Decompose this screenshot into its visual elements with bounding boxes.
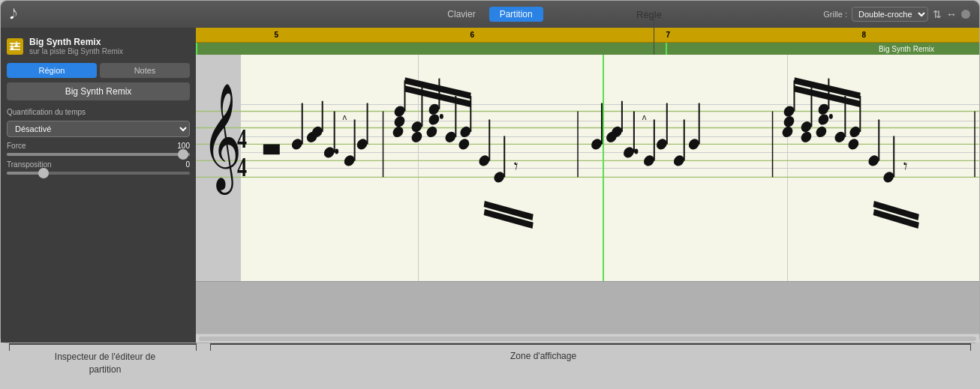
transposition-value: 0 — [185, 160, 190, 169]
bracket-zone — [210, 343, 971, 345]
bracket-zone-left — [210, 343, 211, 351]
track-info: Big Synth Remix sur la piste Big Synth R… — [29, 37, 123, 55]
track-subtitle: sur la piste Big Synth Remix — [29, 47, 123, 55]
svg-text:𝄾: 𝄾 — [903, 162, 907, 170]
quantification-label: Quantification du temps — [7, 108, 190, 116]
svg-point-18 — [291, 137, 303, 151]
force-slider[interactable] — [7, 153, 190, 156]
svg-point-74 — [781, 125, 793, 139]
tab-clavier-button[interactable]: Clavier — [437, 7, 485, 22]
svg-point-50 — [478, 154, 490, 167]
svg-point-66 — [643, 154, 655, 167]
bottom-area — [196, 281, 979, 334]
ruler-mark-8: 8 — [861, 31, 866, 39]
force-header: Force 100 — [7, 142, 190, 150]
svg-text:𝄞: 𝄞 — [202, 84, 242, 196]
svg-point-23 — [323, 145, 335, 159]
svg-text:4: 4 — [237, 124, 247, 154]
svg-text:4: 4 — [237, 152, 247, 182]
tab-notes[interactable]: Notes — [100, 63, 190, 78]
quantification-row: Désactivé — [7, 121, 190, 137]
toolbar-right: Grille : Double-croche ⇅ ↔ — [823, 7, 970, 22]
toolbar-center: Clavier Partition — [437, 7, 543, 22]
sort-icon[interactable]: ⇅ — [933, 8, 942, 20]
annotation-inspector: Inspecteur de l'éditeur de partition — [45, 351, 165, 376]
svg-point-52 — [493, 170, 505, 184]
svg-point-75 — [783, 115, 795, 128]
svg-point-85 — [829, 114, 833, 119]
svg-point-45 — [458, 137, 470, 151]
track-name: Big Synth Remix — [29, 37, 123, 47]
region-highlight — [196, 43, 979, 55]
svg-point-93 — [867, 154, 879, 167]
svg-point-35 — [410, 120, 422, 133]
svg-point-29 — [356, 137, 368, 151]
notation-wrapper: 𝄞 4 4 — [196, 55, 979, 281]
notation-svg: 𝄞 4 4 — [196, 55, 979, 281]
tab-partition-button[interactable]: Partition — [489, 7, 543, 22]
svg-point-78 — [800, 120, 812, 133]
tab-region[interactable]: Région — [7, 63, 97, 78]
svg-point-86 — [834, 130, 846, 144]
svg-point-33 — [393, 104, 405, 118]
ruler: 5 6 7 8 — [196, 28, 979, 43]
toolbar: 𝅘𝅥𝅮 Clavier Partition Grille : Double-cr… — [1, 1, 979, 28]
svg-point-27 — [344, 154, 356, 167]
svg-point-82 — [817, 112, 829, 126]
region-name-button[interactable]: Big Synth Remix — [7, 82, 190, 100]
bracket-inspector — [9, 343, 197, 345]
svg-point-43 — [444, 130, 456, 144]
svg-point-38 — [425, 125, 437, 139]
svg-point-31 — [392, 125, 404, 139]
svg-point-40 — [428, 103, 440, 116]
bracket-inspector-right — [196, 343, 197, 351]
svg-text:^: ^ — [343, 113, 347, 127]
svg-point-68 — [656, 137, 668, 151]
inspector-tabs: Région Notes — [7, 63, 190, 78]
svg-point-46 — [459, 125, 471, 139]
score-area: 5 6 7 8 Big Synth Remix — [196, 28, 979, 343]
svg-point-70 — [673, 154, 685, 167]
svg-point-39 — [428, 112, 440, 126]
scrollbar-track[interactable] — [199, 337, 976, 341]
svg-point-76 — [783, 104, 795, 118]
region-bar: Big Synth Remix — [196, 43, 979, 55]
resize-icon[interactable]: ↔ — [946, 8, 957, 20]
region-playhead — [666, 43, 667, 55]
svg-point-95 — [882, 170, 894, 184]
force-label: Force — [7, 142, 26, 150]
track-icon — [7, 38, 23, 55]
svg-point-89 — [849, 125, 861, 139]
svg-point-42 — [440, 114, 443, 119]
svg-point-36 — [410, 130, 422, 144]
annotation-zone: Zone d'affichage — [510, 351, 576, 361]
svg-text:^: ^ — [642, 113, 647, 127]
svg-point-57 — [591, 137, 603, 151]
svg-point-88 — [847, 137, 859, 151]
transposition-slider-thumb[interactable] — [38, 168, 49, 178]
svg-text:𝄾: 𝄾 — [514, 162, 518, 170]
svg-point-24 — [335, 149, 338, 154]
force-slider-thumb[interactable] — [178, 149, 188, 160]
force-slider-fill — [7, 153, 190, 156]
svg-point-83 — [817, 103, 829, 116]
svg-point-72 — [688, 137, 700, 151]
grille-select[interactable]: Double-croche — [852, 7, 928, 22]
grille-label: Grille : — [823, 10, 847, 19]
ruler-markers: 5 6 7 8 — [196, 28, 979, 42]
transposition-slider[interactable] — [7, 172, 190, 175]
force-slider-row: Force 100 — [7, 142, 190, 156]
playhead-line — [603, 55, 604, 281]
svg-point-79 — [800, 130, 812, 144]
quantification-select[interactable]: Désactivé — [7, 121, 190, 137]
svg-rect-17 — [263, 144, 280, 154]
svg-point-63 — [634, 149, 638, 154]
transposition-slider-row: Transposition 0 — [7, 160, 190, 175]
ruler-mark-5: 5 — [274, 31, 278, 39]
bracket-inspector-left — [9, 343, 10, 351]
svg-point-81 — [815, 125, 827, 139]
scrollbar-area[interactable] — [196, 334, 979, 343]
app-window: 𝅘𝅥𝅮 Clavier Partition Grille : Double-cr… — [0, 0, 980, 343]
inspector-header: Big Synth Remix sur la piste Big Synth R… — [7, 34, 190, 58]
inspector-panel: Big Synth Remix sur la piste Big Synth R… — [1, 28, 196, 343]
